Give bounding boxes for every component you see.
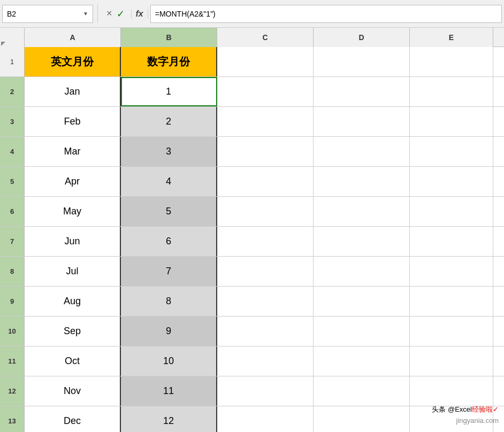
row-number[interactable]: 4 xyxy=(0,137,25,166)
name-box-value: B2 xyxy=(7,10,83,18)
cell-2-D[interactable] xyxy=(314,77,410,106)
cell-4-D[interactable] xyxy=(314,137,410,166)
cell-13-E[interactable] xyxy=(410,406,493,432)
cell-13-B[interactable]: 12 xyxy=(121,406,217,432)
cell-8-B[interactable]: 7 xyxy=(121,257,217,286)
cell-9-C[interactable] xyxy=(217,287,314,316)
cell-13-C[interactable] xyxy=(217,406,314,432)
col-header-e[interactable]: E xyxy=(410,28,493,47)
cell-2-E[interactable] xyxy=(410,77,493,106)
cell-3-A[interactable]: Feb xyxy=(25,107,121,136)
cell-2-B[interactable]: 1 xyxy=(121,77,217,106)
cell-11-A[interactable]: Oct xyxy=(25,346,121,376)
cell-11-B[interactable]: 10 xyxy=(121,346,217,376)
cell-3-E[interactable] xyxy=(410,107,493,136)
column-headers: A B C D E xyxy=(0,28,504,47)
cell-1-E[interactable] xyxy=(410,47,493,76)
cell-1-B[interactable]: 数字月份 xyxy=(121,47,217,76)
cell-8-C[interactable] xyxy=(217,257,314,286)
cell-11-D[interactable] xyxy=(314,346,410,376)
cell-4-C[interactable] xyxy=(217,137,314,166)
name-box[interactable]: B2 ▼ xyxy=(2,5,93,23)
table-row: 3Feb2 xyxy=(0,107,504,137)
cell-13-A[interactable]: Dec xyxy=(25,406,121,432)
cell-9-D[interactable] xyxy=(314,287,410,316)
cell-6-B[interactable]: 5 xyxy=(121,197,217,226)
cell-8-A[interactable]: Jul xyxy=(25,257,121,286)
table-row: 7Jun6 xyxy=(0,227,504,257)
cell-3-D[interactable] xyxy=(314,107,410,136)
row-number[interactable]: 5 xyxy=(0,167,25,196)
row-number[interactable]: 7 xyxy=(0,227,25,256)
cell-7-C[interactable] xyxy=(217,227,314,256)
cell-6-A[interactable]: May xyxy=(25,197,121,226)
cell-10-A[interactable]: Sep xyxy=(25,317,121,346)
cell-9-A[interactable]: Aug xyxy=(25,287,121,316)
cell-13-D[interactable] xyxy=(314,406,410,432)
cell-12-B[interactable]: 11 xyxy=(121,376,217,406)
cell-6-D[interactable] xyxy=(314,197,410,226)
corner-cell[interactable] xyxy=(0,28,25,47)
cell-1-A[interactable]: 英文月份 xyxy=(25,47,121,76)
cell-9-B[interactable]: 8 xyxy=(121,287,217,316)
cell-7-A[interactable]: Jun xyxy=(25,227,121,256)
row-number[interactable]: 10 xyxy=(0,317,25,346)
cell-5-E[interactable] xyxy=(410,167,493,196)
cell-11-C[interactable] xyxy=(217,346,314,376)
table-row: 5Apr4 xyxy=(0,167,504,197)
row-number[interactable]: 3 xyxy=(0,107,25,136)
formula-divider xyxy=(97,5,98,23)
cell-10-B[interactable]: 9 xyxy=(121,317,217,346)
col-header-a[interactable]: A xyxy=(25,28,121,47)
confirm-icon[interactable]: ✓ xyxy=(117,8,125,20)
cell-3-C[interactable] xyxy=(217,107,314,136)
cell-7-E[interactable] xyxy=(410,227,493,256)
cell-2-C[interactable] xyxy=(217,77,314,106)
cell-5-A[interactable]: Apr xyxy=(25,167,121,196)
cell-12-A[interactable]: Nov xyxy=(25,376,121,406)
cell-7-D[interactable] xyxy=(314,227,410,256)
cell-10-E[interactable] xyxy=(410,317,493,346)
col-header-b[interactable]: B xyxy=(121,28,217,47)
col-header-c[interactable]: C xyxy=(217,28,314,47)
cell-1-D[interactable] xyxy=(314,47,410,76)
select-all-icon xyxy=(1,42,5,46)
row-number[interactable]: 2 xyxy=(0,77,25,106)
row-number[interactable]: 6 xyxy=(0,197,25,226)
row-number[interactable]: 13 xyxy=(0,406,25,432)
cell-12-E[interactable] xyxy=(410,376,493,406)
col-header-d[interactable]: D xyxy=(314,28,410,47)
row-number[interactable]: 9 xyxy=(0,287,25,316)
cell-5-D[interactable] xyxy=(314,167,410,196)
cell-11-E[interactable] xyxy=(410,346,493,376)
row-number[interactable]: 12 xyxy=(0,376,25,406)
spreadsheet: A B C D E 1英文月份数字月份2Jan13Feb24Mar35Apr46… xyxy=(0,28,504,432)
cell-10-D[interactable] xyxy=(314,317,410,346)
cell-4-A[interactable]: Mar xyxy=(25,137,121,166)
cell-6-C[interactable] xyxy=(217,197,314,226)
cell-10-C[interactable] xyxy=(217,317,314,346)
formula-input[interactable] xyxy=(150,5,502,23)
name-box-arrow-icon[interactable]: ▼ xyxy=(83,11,88,17)
cell-8-E[interactable] xyxy=(410,257,493,286)
table-row: 12Nov11 xyxy=(0,376,504,406)
cell-3-B[interactable]: 2 xyxy=(121,107,217,136)
cell-7-B[interactable]: 6 xyxy=(121,227,217,256)
cell-12-C[interactable] xyxy=(217,376,314,406)
row-number[interactable]: 11 xyxy=(0,346,25,376)
cell-4-B[interactable]: 3 xyxy=(121,137,217,166)
cell-9-E[interactable] xyxy=(410,287,493,316)
cell-4-E[interactable] xyxy=(410,137,493,166)
table-row: 10Sep9 xyxy=(0,317,504,346)
cell-5-B[interactable]: 4 xyxy=(121,167,217,196)
formula-icons-group: × ✓ xyxy=(102,8,129,20)
cell-12-D[interactable] xyxy=(314,376,410,406)
row-number[interactable]: 1 xyxy=(0,47,25,76)
cell-1-C[interactable] xyxy=(217,47,314,76)
cell-8-D[interactable] xyxy=(314,257,410,286)
cell-6-E[interactable] xyxy=(410,197,493,226)
cancel-icon[interactable]: × xyxy=(106,8,112,19)
cell-5-C[interactable] xyxy=(217,167,314,196)
cell-2-A[interactable]: Jan xyxy=(25,77,121,106)
row-number[interactable]: 8 xyxy=(0,257,25,286)
